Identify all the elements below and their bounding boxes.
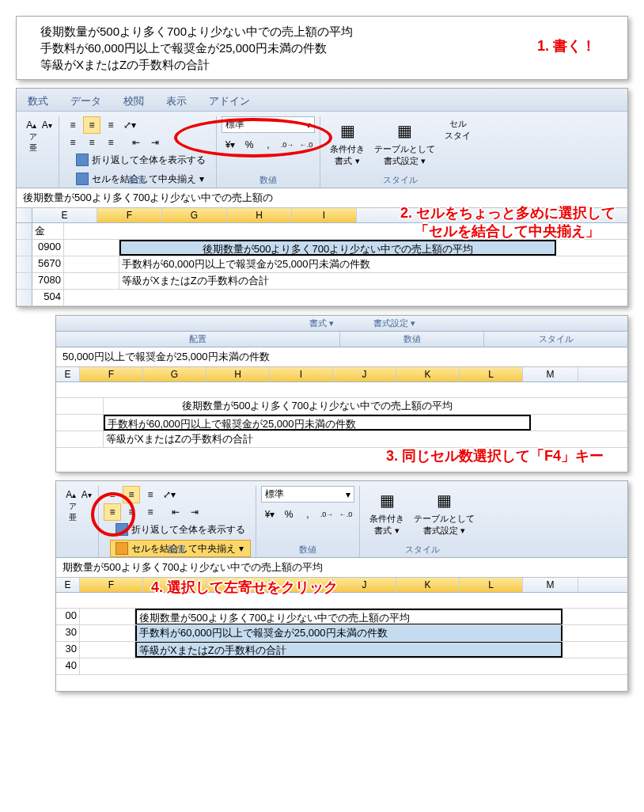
cell[interactable]: 30 — [56, 642, 80, 658]
increase-decimal-icon[interactable]: .0→ — [318, 506, 335, 523]
col-header[interactable]: M — [523, 578, 578, 592]
col-header[interactable]: L — [460, 578, 523, 592]
merged-cell-selected[interactable]: 後期数量が500より多く700より少ない中での売上額の平均 — [119, 240, 556, 256]
font-ruby-icon[interactable]: ア亜 — [64, 503, 81, 521]
align-top-icon[interactable]: ≡ — [104, 486, 121, 503]
col-header[interactable]: F — [80, 367, 143, 381]
merged-cell-selected[interactable]: 後期数量が500より多く700より少ない中での売上額の平均 — [135, 609, 563, 624]
currency-icon[interactable]: ¥▾ — [222, 136, 239, 154]
formula-bar[interactable]: 50,000円以上で報奨金が25,000円未満の件数 — [56, 347, 627, 367]
number-format-dropdown[interactable]: 標準▾ — [222, 116, 315, 133]
col-header[interactable]: G — [162, 208, 227, 222]
conditional-format-button[interactable]: ▦条件付き書式 ▾ — [325, 116, 369, 169]
merged-cell-selected[interactable]: 手数料が60,000円以上で報奨金が25,000円未満の件数 — [104, 415, 531, 431]
formula-bar[interactable]: 期数量が500より多く700より少ない中での売上額の平均 — [56, 558, 627, 578]
percent-icon[interactable]: % — [280, 506, 297, 523]
text-line: 等級がXまたはZの手数料の合計 — [40, 56, 604, 73]
table-format-button[interactable]: ▦テーブルとして書式設定 ▾ — [369, 116, 440, 169]
cell[interactable] — [64, 256, 119, 272]
wrap-text-button[interactable]: 折り返して全体を表示する — [70, 151, 211, 169]
table-format-icon: ▦ — [432, 488, 457, 513]
cell[interactable]: 504 — [32, 290, 64, 305]
cell-text[interactable]: 手数料が60,000円以上で報奨金が25,000円未満の件数 — [119, 256, 556, 272]
indent-increase-icon[interactable]: ⇥ — [186, 503, 203, 521]
indent-increase-icon[interactable]: ⇥ — [146, 134, 164, 151]
tab-formulas[interactable]: 数式 — [25, 92, 51, 111]
merged-cell-selected[interactable]: 等級がXまたはZの手数料の合計 — [135, 642, 563, 658]
align-left-icon[interactable]: ≡ — [104, 503, 121, 521]
tab-addin[interactable]: アドイン — [206, 92, 253, 111]
indent-decrease-icon[interactable]: ⇤ — [167, 503, 184, 521]
tab-review[interactable]: 校閲 — [120, 92, 147, 111]
table-format-button[interactable]: ▦テーブルとして書式設定 ▾ — [409, 486, 479, 538]
col-header[interactable]: E — [56, 367, 80, 381]
col-header[interactable]: F — [80, 578, 143, 592]
cell[interactable] — [64, 240, 119, 256]
cell-text[interactable]: 等級がXまたはZの手数料の合計 — [119, 273, 556, 289]
percent-icon[interactable]: % — [241, 136, 258, 154]
font-shrink-icon[interactable]: A▾ — [40, 116, 55, 134]
decrease-decimal-icon[interactable]: ←.0 — [297, 136, 315, 154]
col-header[interactable]: J — [333, 578, 396, 592]
cell[interactable] — [80, 642, 135, 658]
tab-data[interactable]: データ — [67, 92, 104, 111]
merged-cell-selected[interactable]: 手数料が60,000円以上で報奨金が25,000円未満の件数 — [135, 625, 563, 641]
cell[interactable]: 5670 — [32, 256, 64, 272]
col-header[interactable]: I — [292, 208, 357, 222]
align-center-icon[interactable]: ≡ — [83, 134, 100, 151]
align-bottom-icon[interactable]: ≡ — [102, 116, 119, 134]
indent-decrease-icon[interactable]: ⇤ — [127, 134, 145, 151]
col-header[interactable]: F — [97, 208, 162, 222]
merged-cell[interactable]: 後期数量が500より多く700より少ない中での売上額の平均 — [104, 398, 531, 414]
text-line: 後期数量が500より多く700より少ない中での売上額の平均 — [40, 23, 604, 40]
orientation-icon[interactable]: ⤢▾ — [121, 116, 138, 134]
cell[interactable]: 40 — [56, 658, 80, 674]
comma-icon[interactable]: , — [299, 506, 316, 523]
align-right-icon[interactable]: ≡ — [142, 503, 159, 521]
cell[interactable]: 30 — [56, 625, 80, 641]
col-header[interactable]: K — [396, 578, 460, 592]
col-header[interactable]: E — [56, 578, 80, 592]
font-ruby-icon[interactable]: ア亜 — [25, 134, 42, 151]
comma-icon[interactable]: , — [259, 136, 277, 154]
column-headers: E F G H I J K L M — [56, 578, 627, 593]
align-center-icon[interactable]: ≡ — [123, 503, 140, 521]
cell[interactable]: 7080 — [32, 273, 64, 289]
col-header[interactable]: E — [32, 208, 97, 222]
cell[interactable] — [80, 609, 135, 624]
conditional-format-button[interactable]: ▦条件付き書式 ▾ — [365, 486, 409, 538]
cell[interactable]: 00 — [56, 609, 80, 624]
col-header[interactable]: M — [523, 367, 578, 381]
group-label-style: スタイル — [365, 542, 479, 557]
align-middle-icon[interactable]: ≡ — [123, 486, 140, 503]
col-header[interactable]: J — [333, 367, 396, 381]
col-header[interactable]: K — [396, 367, 460, 381]
number-format-dropdown[interactable]: 標準▾ — [261, 486, 354, 503]
cell-style-button[interactable]: セルスタイ — [440, 116, 475, 169]
align-left-icon[interactable]: ≡ — [64, 134, 81, 151]
cell[interactable]: 0900 — [32, 240, 64, 256]
cell[interactable] — [56, 415, 104, 431]
font-shrink-icon[interactable]: A▾ — [80, 486, 94, 503]
align-right-icon[interactable]: ≡ — [102, 134, 119, 151]
col-header[interactable]: I — [270, 367, 333, 381]
orientation-icon[interactable]: ⤢▾ — [161, 486, 178, 503]
decrease-decimal-icon[interactable]: ←.0 — [337, 506, 354, 523]
wrap-text-button[interactable]: 折り返して全体を表示する — [110, 521, 251, 538]
cell[interactable] — [56, 431, 104, 447]
currency-icon[interactable]: ¥▾ — [261, 506, 278, 523]
col-header[interactable]: L — [460, 367, 523, 381]
col-header[interactable]: G — [143, 367, 206, 381]
align-bottom-icon[interactable]: ≡ — [142, 486, 159, 503]
cell[interactable] — [64, 273, 119, 289]
align-top-icon[interactable]: ≡ — [64, 116, 81, 134]
increase-decimal-icon[interactable]: .0→ — [278, 136, 296, 154]
cell-text[interactable]: 等級がXまたはZの手数料の合計 — [104, 431, 531, 447]
tab-view[interactable]: 表示 — [163, 92, 190, 111]
cell[interactable] — [80, 625, 135, 641]
cell[interactable] — [56, 398, 104, 414]
align-middle-icon[interactable]: ≡ — [83, 116, 100, 134]
col-header[interactable]: H — [206, 367, 270, 381]
col-header[interactable]: H — [227, 208, 292, 222]
cell[interactable]: 金 — [32, 223, 64, 239]
